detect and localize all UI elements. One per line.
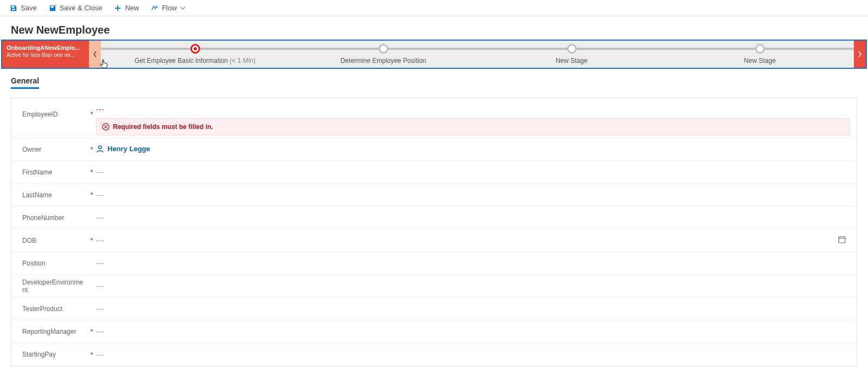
field-row-dob: DOB * --- — [11, 229, 857, 252]
field-row-phonenumber: PhoneNumber --- — [11, 206, 857, 229]
flow-label: Flow — [162, 4, 176, 12]
owner-input[interactable]: Henry Legge — [96, 139, 850, 160]
field-label: LastName — [22, 191, 87, 199]
save-button[interactable]: Save — [4, 2, 42, 14]
owner-name: Henry Legge — [107, 145, 150, 153]
position-input[interactable]: --- — [96, 254, 850, 273]
page-title: New NewEmployee — [0, 16, 868, 40]
bpf-stage-label: New Stage — [744, 57, 776, 64]
bpf-stage-node-icon — [379, 44, 388, 54]
required-marker: * — [87, 191, 96, 199]
testerproduct-input[interactable]: --- — [96, 299, 850, 318]
bpf-stages: Get Employee Basic Information (< 1 Min)… — [101, 41, 854, 68]
new-button[interactable]: New — [108, 2, 144, 14]
flow-button[interactable]: Flow — [145, 2, 190, 14]
form-box: EmployeeID * --- Required fields must be… — [11, 98, 857, 366]
bpf-stage-duration: (< 1 Min) — [229, 57, 256, 64]
save-close-icon — [49, 4, 56, 12]
firstname-input[interactable]: --- — [96, 163, 850, 182]
tab-bar: General — [0, 69, 868, 89]
field-label: Owner — [22, 146, 87, 153]
bpf-container: OnboardingANewEmplo... Active for less t… — [1, 40, 867, 69]
field-label: PhoneNumber — [22, 214, 87, 222]
lastname-input[interactable]: --- — [96, 185, 850, 204]
field-row-lastname: LastName * --- — [11, 184, 857, 206]
required-marker: * — [87, 145, 96, 153]
field-label: Position — [22, 260, 87, 267]
command-bar: Save Save & Close New Flow — [0, 0, 868, 16]
chevron-right-icon — [858, 51, 862, 57]
owner-chip[interactable]: Henry Legge — [96, 145, 150, 153]
svg-point-1 — [99, 145, 102, 148]
startingpay-input[interactable]: --- — [96, 345, 850, 364]
required-marker: * — [87, 327, 96, 335]
calendar-icon — [838, 235, 846, 244]
required-marker: * — [87, 351, 96, 359]
bpf-stage-label: New Stage — [556, 57, 588, 64]
form-wrap: EmployeeID * --- Required fields must be… — [0, 89, 868, 375]
bpf-stage-1[interactable]: Get Employee Basic Information (< 1 Min) — [101, 41, 289, 68]
bpf-process-header[interactable]: OnboardingANewEmplo... Active for less t… — [2, 41, 89, 68]
chevron-left-icon — [93, 51, 97, 57]
field-row-employeeid: EmployeeID * --- Required fields must be… — [11, 98, 857, 138]
bpf-stage-3[interactable]: New Stage — [477, 41, 666, 68]
required-marker: * — [87, 168, 96, 176]
phonenumber-input[interactable]: --- — [96, 208, 850, 227]
field-label: EmployeeID — [22, 100, 87, 118]
svg-rect-2 — [839, 237, 845, 243]
reportingmanager-input[interactable]: --- — [96, 322, 850, 341]
bpf-stage-label: Get Employee Basic Information — [135, 57, 228, 64]
flow-icon — [151, 4, 158, 12]
field-label: DOB — [22, 237, 87, 244]
error-banner: Required fields must be filled in. — [96, 118, 850, 135]
field-row-owner: Owner * Henry Legge — [11, 138, 857, 161]
bpf-stage-node-icon — [190, 44, 200, 54]
save-label: Save — [21, 4, 37, 12]
field-label: DeveloperEnvironment — [22, 279, 87, 294]
error-icon — [102, 123, 110, 131]
bpf-process-status: Active for less than one mi... — [7, 51, 85, 59]
bpf-process-name: OnboardingANewEmplo... — [7, 44, 85, 51]
employeeid-input[interactable]: --- — [96, 102, 850, 115]
devenv-input[interactable]: --- — [96, 276, 850, 295]
save-icon — [10, 4, 17, 12]
field-row-testerproduct: TesterProduct --- — [11, 298, 857, 320]
save-close-button[interactable]: Save & Close — [43, 2, 108, 14]
bpf-stage-4[interactable]: New Stage — [666, 41, 854, 68]
save-close-label: Save & Close — [60, 4, 103, 12]
field-row-position: Position --- — [11, 252, 857, 275]
bpf-stage-node-icon — [755, 44, 765, 54]
required-marker: * — [87, 236, 96, 244]
bpf-prev-button[interactable] — [89, 41, 101, 68]
tab-general[interactable]: General — [11, 73, 39, 89]
field-row-devenv: DeveloperEnvironment --- — [11, 275, 857, 298]
field-row-firstname: FirstName * --- — [11, 161, 857, 184]
bpf-stage-label: Determine Employee Position — [340, 57, 426, 64]
field-row-startingpay: StartingPay * --- — [11, 343, 857, 366]
dob-input[interactable]: --- — [96, 231, 834, 250]
bpf-stage-2[interactable]: Determine Employee Position — [289, 41, 477, 68]
dob-date-picker[interactable] — [834, 235, 850, 245]
new-label: New — [125, 4, 139, 12]
field-label: TesterProduct — [22, 305, 87, 313]
error-text: Required fields must be filled in. — [113, 123, 213, 131]
field-row-reportingmanager: ReportingManager * --- — [11, 320, 857, 343]
required-marker: * — [87, 99, 96, 118]
person-icon — [96, 145, 104, 153]
bpf-next-button[interactable] — [854, 41, 866, 68]
plus-icon — [114, 4, 122, 12]
chevron-down-icon — [180, 5, 186, 11]
field-label: ReportingManager — [22, 328, 87, 335]
field-label: StartingPay — [22, 351, 87, 358]
field-label: FirstName — [22, 169, 87, 176]
bpf-stage-node-icon — [567, 44, 577, 54]
